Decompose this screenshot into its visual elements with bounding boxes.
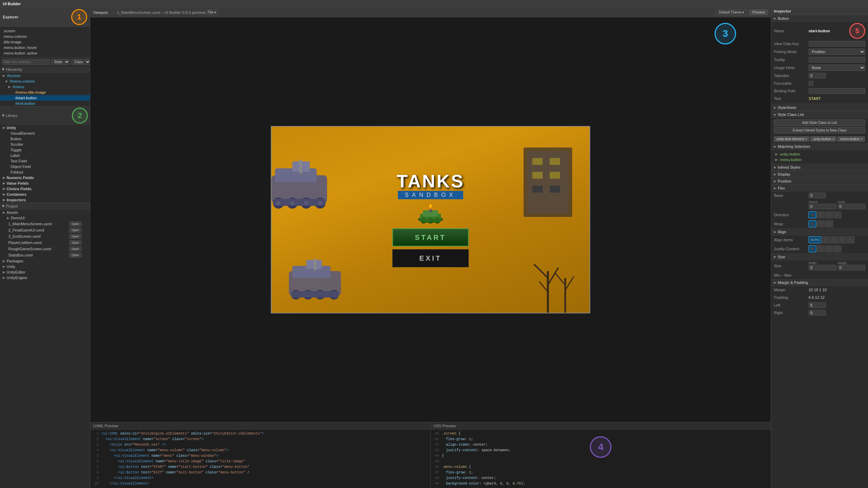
justify-btn-2[interactable]: ⬛ xyxy=(817,245,825,252)
wrap-btn-3[interactable]: ⬛ xyxy=(825,220,833,227)
selector-menu-button-hover[interactable]: .menu-button :hover xyxy=(0,45,90,50)
proj-assets[interactable]: ▶Assets xyxy=(0,210,90,215)
dir-btn-2[interactable]: ⬛ xyxy=(817,211,825,218)
left-input[interactable] xyxy=(809,302,826,308)
exit-button[interactable]: EXIT xyxy=(392,249,469,267)
theme-btn[interactable]: Default Theme ▾ xyxy=(716,9,747,15)
lib-category-unity[interactable]: ▶ Unity xyxy=(0,125,90,131)
proj-file-game[interactable]: 2_FinalGameUI.uxml Open xyxy=(0,227,90,233)
proj-packages[interactable]: ▶Packages xyxy=(0,258,90,264)
lib-category-containers[interactable]: ▶Containers xyxy=(0,192,90,197)
align-items-1[interactable]: ⬛ xyxy=(822,236,829,243)
selector-menu-column[interactable]: .menu-column xyxy=(0,34,90,39)
selector-menu-button-active[interactable]: .menu-button :active xyxy=(0,50,90,56)
wrap-btn-1[interactable]: ⬛ xyxy=(809,220,816,227)
open-main-btn[interactable]: Open xyxy=(69,221,82,226)
binding-path-input[interactable] xyxy=(809,88,865,94)
proj-file-end[interactable]: 3_EndScreen.uxml Open xyxy=(0,233,90,239)
tree-start-button[interactable]: ▶ #start-button xyxy=(0,95,90,101)
add-selector-input[interactable] xyxy=(2,59,50,65)
proj-file-stats[interactable]: StatsBox.uxml Open xyxy=(0,252,90,258)
lib-category-choice[interactable]: ▶Choice Fields xyxy=(0,186,90,192)
proj-file-main[interactable]: 1_MainMenuScreen.uxml Open xyxy=(0,221,90,227)
project-header[interactable]: ▶ Project xyxy=(0,203,90,210)
tree-exit-button[interactable]: ▶ #exit-button xyxy=(0,101,90,106)
remove-unity-button[interactable]: ✕ xyxy=(832,137,835,141)
align-header[interactable]: ▶ Align xyxy=(771,228,868,235)
proj-demo-ui[interactable]: ▶DemoUI xyxy=(0,215,90,221)
right-input[interactable] xyxy=(809,310,826,315)
width-input[interactable] xyxy=(809,265,836,270)
lib-category-numeric[interactable]: ▶Numeric Fields xyxy=(0,175,90,180)
state-dropdown[interactable]: State xyxy=(51,59,70,65)
lib-category-inspectors[interactable]: ▶Inspectors xyxy=(0,197,90,203)
lib-item-foldout[interactable]: ▶Foldout xyxy=(0,169,90,175)
align-items-3[interactable]: ⬛ xyxy=(838,236,846,243)
align-items-4[interactable]: ⬛ xyxy=(847,236,854,243)
align-items-auto[interactable]: AUTO xyxy=(809,236,821,243)
inlined-styles-header[interactable]: ▶ Inlined Styles xyxy=(771,164,868,171)
justify-btn-3[interactable]: ⬛ xyxy=(825,245,833,252)
selector-item-unity-button[interactable]: ▶ .unity-button xyxy=(774,151,865,157)
add-style-class-btn[interactable]: Add Style Class to List xyxy=(774,119,865,126)
extract-styles-btn[interactable]: Extract Inlined Styles to New Class xyxy=(774,127,865,134)
display-header[interactable]: ▶ Display xyxy=(771,171,868,178)
shrink-input[interactable] xyxy=(809,204,836,209)
file-menu-btn[interactable]: File ▾ xyxy=(205,10,218,15)
lib-item-text-field[interactable]: ▶Text Field xyxy=(0,158,90,164)
dir-btn-3[interactable]: ⬛ xyxy=(825,211,833,218)
selector-item-menu-button[interactable]: ▶ .menu-button xyxy=(774,157,865,162)
remove-unity-text[interactable]: ✕ xyxy=(805,137,808,141)
style-class-list-header[interactable]: ▶ Style Class List xyxy=(771,111,868,118)
margin-padding-header[interactable]: ▶ Margin & Padding xyxy=(771,279,868,286)
usage-hints-select[interactable]: None xyxy=(809,65,865,71)
proj-file-player[interactable]: PlayerListItem.uxml Open xyxy=(0,239,90,246)
library-header[interactable]: ▶ Library 2 xyxy=(0,107,90,125)
uxml-content[interactable]: 1 <ui:UXML xmlns:ui="UnityEngine.UIEleme… xyxy=(90,430,431,486)
proj-unity-engine[interactable]: ▶UnityEngine xyxy=(0,275,90,280)
button-section-header[interactable]: ▶ Button xyxy=(771,15,868,22)
selector-title-image[interactable]: .title-image xyxy=(0,39,90,45)
open-game-btn[interactable]: Open xyxy=(69,228,82,233)
flex-basis-input[interactable] xyxy=(809,193,826,198)
dir-btn-1[interactable]: ⬛ xyxy=(809,211,816,218)
open-end-btn[interactable]: Open xyxy=(69,234,82,239)
open-rough-btn[interactable]: Open xyxy=(69,246,82,251)
selector-screen[interactable]: .screen xyxy=(0,28,90,34)
proj-unity[interactable]: ▶Unity xyxy=(0,264,90,269)
lib-item-scroller[interactable]: ▶Scroller xyxy=(0,142,90,147)
position-header[interactable]: ▶ Position xyxy=(771,178,868,185)
hierarchy-header[interactable]: ▶ Hierarchy xyxy=(0,66,90,73)
lib-item-label[interactable]: ▶Label xyxy=(0,153,90,158)
tabindex-input[interactable] xyxy=(809,73,826,78)
lib-item-visual-element[interactable]: ▶VisualElement xyxy=(0,131,90,136)
tooltip-input[interactable] xyxy=(809,57,865,62)
justify-btn-4[interactable]: ⬛ xyxy=(834,245,841,252)
tree-menu-column[interactable]: ▶ #menu-column xyxy=(0,78,90,84)
tree-menu-title-image[interactable]: ▶ #menu-title-image xyxy=(0,90,90,95)
view-data-key-input[interactable] xyxy=(809,41,865,47)
height-input[interactable] xyxy=(838,265,866,270)
lib-category-value[interactable]: ▶Value Fields xyxy=(0,180,90,186)
remove-menu-button[interactable]: ✕ xyxy=(860,137,863,141)
tree-screen[interactable]: ▶ #screen xyxy=(0,73,90,78)
preview-btn[interactable]: Preview xyxy=(749,9,768,15)
justify-btn-1[interactable]: ⬛ xyxy=(809,245,816,252)
dir-btn-4[interactable]: ⬛ xyxy=(834,211,841,218)
open-player-btn[interactable]: Open xyxy=(69,240,82,245)
tree-menu[interactable]: ▶ #menu xyxy=(0,84,90,90)
align-items-2[interactable]: ⬛ xyxy=(830,236,838,243)
open-stats-btn[interactable]: Open xyxy=(69,253,82,258)
proj-unity-editor[interactable]: ▶UnityEditor xyxy=(0,269,90,275)
matching-selectors-header[interactable]: ▶ Matching Selectors xyxy=(771,143,868,150)
start-button[interactable]: START xyxy=(392,228,469,246)
lib-item-toggle[interactable]: ▶Toggle xyxy=(0,147,90,153)
focusable-checkbox[interactable] xyxy=(809,81,813,86)
grow-input[interactable] xyxy=(838,204,866,209)
picking-mode-select[interactable]: Position xyxy=(809,49,865,55)
class-dropdown[interactable]: Class xyxy=(71,59,91,65)
proj-file-rough[interactable]: RoughGameScreen.uxml Open xyxy=(0,246,90,252)
size-header[interactable]: ▶ Size xyxy=(771,253,868,260)
wrap-btn-2[interactable]: ⬛ xyxy=(817,220,825,227)
stylesheet-header[interactable]: ▶ StyleSheet xyxy=(771,104,868,111)
